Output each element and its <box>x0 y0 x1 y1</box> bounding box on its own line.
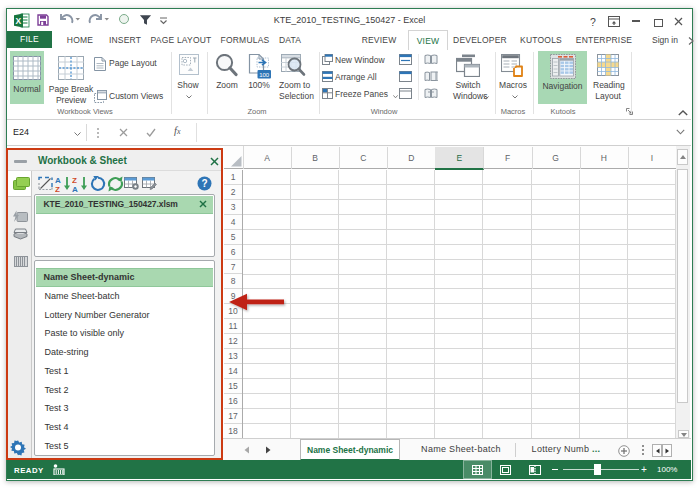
svg-text:100: 100 <box>259 72 270 78</box>
svg-text:Z: Z <box>72 176 77 185</box>
svg-text:?: ? <box>201 178 207 189</box>
svg-text:X: X <box>16 16 22 26</box>
svg-text:A: A <box>72 185 78 193</box>
svg-text:A: A <box>55 176 61 185</box>
svg-text:Z: Z <box>55 185 60 193</box>
